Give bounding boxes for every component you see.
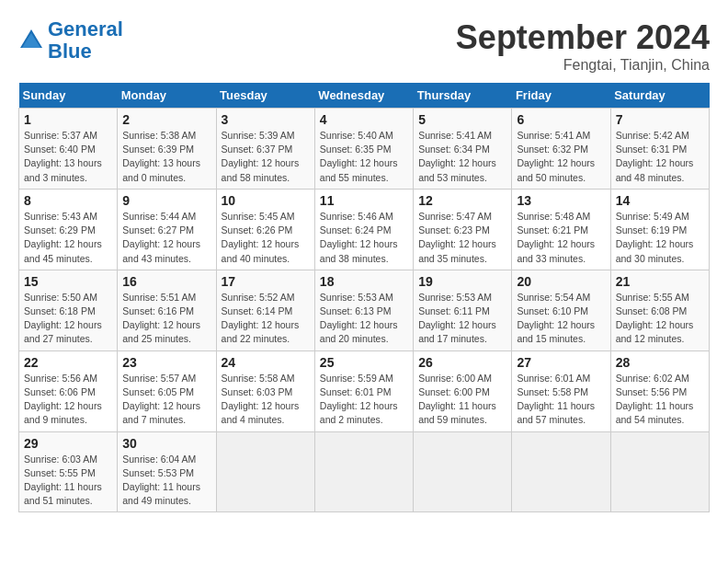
calendar-week-row: 22Sunrise: 5:56 AM Sunset: 6:06 PM Dayli… (19, 350, 710, 431)
calendar-body: 1Sunrise: 5:37 AM Sunset: 6:40 PM Daylig… (19, 109, 710, 512)
calendar-cell: 15Sunrise: 5:50 AM Sunset: 6:18 PM Dayli… (19, 270, 118, 350)
calendar-cell: 1Sunrise: 5:37 AM Sunset: 6:40 PM Daylig… (19, 109, 118, 190)
day-number: 8 (24, 193, 112, 208)
calendar-cell: 25Sunrise: 5:59 AM Sunset: 6:01 PM Dayli… (314, 350, 413, 431)
day-number: 22 (24, 355, 112, 370)
day-number: 5 (418, 112, 506, 127)
day-info: Sunrise: 5:53 AM Sunset: 6:11 PM Dayligh… (418, 291, 506, 347)
day-number: 19 (418, 274, 506, 289)
logo-text: General Blue (48, 18, 123, 63)
weekday-header-cell: Tuesday (216, 83, 314, 109)
day-info: Sunrise: 5:53 AM Sunset: 6:13 PM Dayligh… (320, 291, 408, 347)
day-number: 20 (517, 274, 605, 289)
logo: General Blue (18, 18, 123, 63)
day-info: Sunrise: 5:56 AM Sunset: 6:06 PM Dayligh… (24, 372, 112, 428)
calendar-cell: 17Sunrise: 5:52 AM Sunset: 6:14 PM Dayli… (216, 270, 314, 350)
day-number: 7 (616, 112, 704, 127)
day-info: Sunrise: 5:55 AM Sunset: 6:08 PM Dayligh… (616, 291, 704, 347)
day-number: 12 (418, 193, 506, 208)
calendar-cell: 30Sunrise: 6:04 AM Sunset: 5:53 PM Dayli… (118, 431, 216, 512)
calendar-cell (314, 431, 413, 512)
weekday-header-cell: Saturday (610, 83, 709, 109)
day-info: Sunrise: 6:00 AM Sunset: 6:00 PM Dayligh… (418, 372, 506, 428)
day-number: 25 (320, 355, 408, 370)
day-info: Sunrise: 5:38 AM Sunset: 6:39 PM Dayligh… (122, 129, 210, 185)
day-info: Sunrise: 5:48 AM Sunset: 6:21 PM Dayligh… (517, 210, 605, 266)
weekday-header-cell: Wednesday (314, 83, 413, 109)
logo-line2: Blue (48, 40, 92, 63)
day-info: Sunrise: 5:58 AM Sunset: 6:03 PM Dayligh… (222, 372, 310, 428)
calendar-cell: 28Sunrise: 6:02 AM Sunset: 5:56 PM Dayli… (610, 350, 709, 431)
calendar-cell: 21Sunrise: 5:55 AM Sunset: 6:08 PM Dayli… (610, 270, 709, 350)
day-info: Sunrise: 5:40 AM Sunset: 6:35 PM Dayligh… (320, 129, 408, 185)
day-number: 27 (517, 355, 605, 370)
day-number: 13 (517, 193, 605, 208)
day-info: Sunrise: 5:57 AM Sunset: 6:05 PM Dayligh… (122, 372, 210, 428)
calendar-cell: 29Sunrise: 6:03 AM Sunset: 5:55 PM Dayli… (19, 431, 118, 512)
calendar-cell: 2Sunrise: 5:38 AM Sunset: 6:39 PM Daylig… (118, 109, 216, 190)
calendar-cell: 16Sunrise: 5:51 AM Sunset: 6:16 PM Dayli… (118, 270, 216, 350)
day-number: 30 (122, 436, 210, 451)
day-number: 26 (418, 355, 506, 370)
weekday-header-cell: Monday (118, 83, 216, 109)
calendar-table: SundayMondayTuesdayWednesdayThursdayFrid… (18, 83, 710, 512)
day-number: 10 (222, 193, 310, 208)
day-number: 23 (122, 355, 210, 370)
calendar-cell: 14Sunrise: 5:49 AM Sunset: 6:19 PM Dayli… (610, 189, 709, 270)
weekday-header-row: SundayMondayTuesdayWednesdayThursdayFrid… (19, 83, 710, 109)
calendar-week-row: 15Sunrise: 5:50 AM Sunset: 6:18 PM Dayli… (19, 270, 710, 350)
calendar-cell: 9Sunrise: 5:44 AM Sunset: 6:27 PM Daylig… (118, 189, 216, 270)
calendar-cell: 10Sunrise: 5:45 AM Sunset: 6:26 PM Dayli… (216, 189, 314, 270)
day-number: 21 (616, 274, 704, 289)
calendar-cell: 3Sunrise: 5:39 AM Sunset: 6:37 PM Daylig… (216, 109, 314, 190)
day-number: 15 (24, 274, 112, 289)
month-title: September 2024 (456, 18, 710, 57)
day-info: Sunrise: 5:47 AM Sunset: 6:23 PM Dayligh… (418, 210, 506, 266)
weekday-header-cell: Sunday (19, 83, 118, 109)
calendar-cell: 6Sunrise: 5:41 AM Sunset: 6:32 PM Daylig… (512, 109, 610, 190)
day-info: Sunrise: 6:01 AM Sunset: 5:58 PM Dayligh… (517, 372, 605, 428)
day-number: 17 (222, 274, 310, 289)
calendar-cell: 20Sunrise: 5:54 AM Sunset: 6:10 PM Dayli… (512, 270, 610, 350)
day-info: Sunrise: 5:41 AM Sunset: 6:34 PM Dayligh… (418, 129, 506, 185)
day-number: 24 (222, 355, 310, 370)
day-info: Sunrise: 5:42 AM Sunset: 6:31 PM Dayligh… (616, 129, 704, 185)
calendar-cell: 5Sunrise: 5:41 AM Sunset: 6:34 PM Daylig… (414, 109, 512, 190)
day-number: 28 (616, 355, 704, 370)
calendar-cell: 26Sunrise: 6:00 AM Sunset: 6:00 PM Dayli… (414, 350, 512, 431)
calendar-cell (414, 431, 512, 512)
calendar-cell: 18Sunrise: 5:53 AM Sunset: 6:13 PM Dayli… (314, 270, 413, 350)
calendar-cell (216, 431, 314, 512)
day-info: Sunrise: 5:49 AM Sunset: 6:19 PM Dayligh… (616, 210, 704, 266)
page-header: General Blue September 2024 Fengtai, Tia… (18, 18, 710, 74)
day-info: Sunrise: 5:39 AM Sunset: 6:37 PM Dayligh… (222, 129, 310, 185)
day-number: 14 (616, 193, 704, 208)
calendar-cell: 7Sunrise: 5:42 AM Sunset: 6:31 PM Daylig… (610, 109, 709, 190)
day-info: Sunrise: 5:45 AM Sunset: 6:26 PM Dayligh… (222, 210, 310, 266)
calendar-cell: 22Sunrise: 5:56 AM Sunset: 6:06 PM Dayli… (19, 350, 118, 431)
day-number: 2 (122, 112, 210, 127)
day-info: Sunrise: 5:41 AM Sunset: 6:32 PM Dayligh… (517, 129, 605, 185)
day-info: Sunrise: 6:04 AM Sunset: 5:53 PM Dayligh… (122, 453, 210, 509)
weekday-header-cell: Thursday (414, 83, 512, 109)
day-info: Sunrise: 5:54 AM Sunset: 6:10 PM Dayligh… (517, 291, 605, 347)
day-info: Sunrise: 5:46 AM Sunset: 6:24 PM Dayligh… (320, 210, 408, 266)
calendar-week-row: 29Sunrise: 6:03 AM Sunset: 5:55 PM Dayli… (19, 431, 710, 512)
calendar-week-row: 1Sunrise: 5:37 AM Sunset: 6:40 PM Daylig… (19, 109, 710, 190)
day-info: Sunrise: 5:52 AM Sunset: 6:14 PM Dayligh… (222, 291, 310, 347)
location-subtitle: Fengtai, Tianjin, China (456, 57, 710, 74)
day-info: Sunrise: 5:43 AM Sunset: 6:29 PM Dayligh… (24, 210, 112, 266)
day-number: 29 (24, 436, 112, 451)
day-info: Sunrise: 5:59 AM Sunset: 6:01 PM Dayligh… (320, 372, 408, 428)
calendar-cell: 12Sunrise: 5:47 AM Sunset: 6:23 PM Dayli… (414, 189, 512, 270)
day-info: Sunrise: 6:02 AM Sunset: 5:56 PM Dayligh… (616, 372, 704, 428)
logo-line1: General (48, 17, 123, 40)
day-number: 9 (122, 193, 210, 208)
calendar-cell: 13Sunrise: 5:48 AM Sunset: 6:21 PM Dayli… (512, 189, 610, 270)
day-info: Sunrise: 5:50 AM Sunset: 6:18 PM Dayligh… (24, 291, 112, 347)
day-number: 16 (122, 274, 210, 289)
day-info: Sunrise: 5:51 AM Sunset: 6:16 PM Dayligh… (122, 291, 210, 347)
day-number: 1 (24, 112, 112, 127)
calendar-cell: 4Sunrise: 5:40 AM Sunset: 6:35 PM Daylig… (314, 109, 413, 190)
calendar-cell (610, 431, 709, 512)
